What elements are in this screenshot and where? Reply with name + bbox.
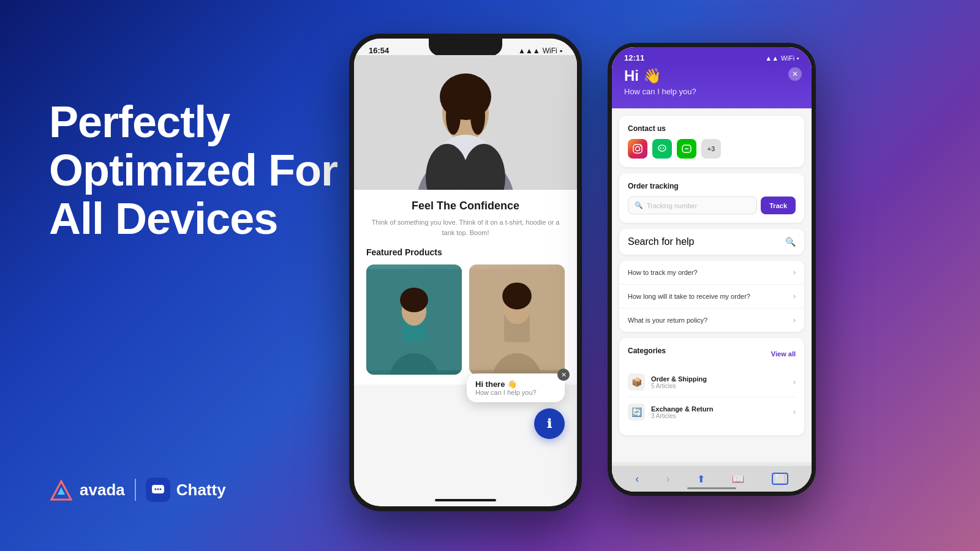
phone1-battery: ▪: [560, 47, 562, 55]
category-left-shipping: 📦 Order & Shipping 5 Articles: [628, 373, 707, 391]
svg-point-31: [663, 148, 664, 149]
chatty-label: Chatty: [176, 481, 226, 500]
svg-point-11: [446, 98, 461, 135]
view-all-link[interactable]: View all: [771, 350, 796, 358]
chat-bubble-popup: ✕ Hi there 👋 How can I help you?: [467, 373, 565, 402]
nav-tabs-icon[interactable]: ⬜: [772, 473, 788, 485]
phone1-status-bar: 16:54 ▲▲▲ WiFi ▪: [354, 39, 577, 55]
product-card-1-image: [366, 264, 462, 375]
svg-point-30: [660, 148, 662, 149]
nav-bookmark-icon[interactable]: 📖: [732, 473, 744, 485]
product-hero-image: [354, 55, 577, 190]
chat-body: Contact us: [612, 108, 812, 467]
product-desc: Think of something you love. Think of it…: [366, 217, 565, 238]
contact-card-title: Contact us: [628, 124, 796, 133]
faq-question-1: How to track my order?: [628, 269, 698, 276]
track-button[interactable]: Track: [761, 197, 796, 214]
return-category-name: Exchange & Return: [651, 405, 713, 413]
phone2-signal-icon: ▲▲: [765, 54, 778, 62]
search-help-row[interactable]: Search for help 🔍: [619, 229, 804, 255]
svg-point-25: [502, 282, 532, 309]
phone1-wifi: WiFi: [543, 47, 557, 55]
faq-chevron-3: ›: [793, 316, 796, 324]
instagram-logo: [632, 143, 643, 154]
category-item-return[interactable]: 🔄 Exchange & Return 3 Articles ›: [628, 397, 796, 427]
category-info-return: Exchange & Return 3 Articles: [651, 405, 713, 419]
phone1-home-indicator: [435, 499, 496, 501]
svg-point-29: [658, 145, 666, 151]
svg-point-28: [640, 146, 641, 147]
featured-products-title: Featured Products: [366, 247, 565, 257]
brand-divider: [135, 479, 136, 501]
product-card-1[interactable]: [366, 264, 462, 375]
categories-title: Categories: [628, 347, 666, 355]
phone-2: 12:11 ▲▲ WiFi ▪ ✕ Hi 👋 How can I help yo…: [608, 43, 816, 496]
phone2-home-indicator: [687, 487, 736, 489]
wechat-logo: [657, 143, 668, 154]
faq-item-2[interactable]: How long will it take to receive my orde…: [619, 285, 804, 309]
phone2-status-bar: 12:11 ▲▲ WiFi ▪: [612, 47, 812, 62]
chat-fab-button[interactable]: ℹ: [534, 408, 565, 439]
phone2-status-icons: ▲▲ WiFi ▪: [765, 54, 799, 62]
phone-1: 16:54 ▲▲▲ WiFi ▪ Feel: [349, 34, 582, 511]
contact-icons-row: +3: [628, 139, 796, 159]
phone2-time: 12:11: [624, 53, 644, 62]
line-icon[interactable]: [677, 139, 696, 159]
track-button-label: Track: [769, 202, 787, 209]
tracking-number-input[interactable]: 🔍 Tracking number: [628, 197, 757, 214]
hero-line3: All Devices: [49, 194, 277, 243]
chat-bubble-title: Hi there 👋: [475, 380, 556, 389]
faq-item-3[interactable]: What is your return policy? ›: [619, 309, 804, 332]
order-tracking-title: Order tracking: [628, 182, 796, 190]
hero-title: Perfectly Optimized For All Devices: [49, 98, 368, 244]
svg-point-12: [470, 98, 485, 135]
product-card-2[interactable]: [469, 264, 565, 375]
more-icon[interactable]: +3: [701, 139, 721, 159]
phone1-product-info: Feel The Confidence Think of something y…: [354, 190, 577, 384]
chatty-logo: Chatty: [146, 478, 226, 502]
phone1-signal: ▲▲▲: [518, 47, 540, 55]
shipping-category-articles: 5 Articles: [651, 383, 707, 389]
chat-bubble-close-btn[interactable]: ✕: [557, 369, 570, 381]
chatty-chat-icon: [151, 482, 165, 497]
faq-item-1[interactable]: How to track my order? ›: [619, 261, 804, 285]
avada-label: avada: [80, 481, 125, 500]
nav-share-icon[interactable]: ⬆: [697, 473, 705, 485]
categories-card: Categories View all 📦 Order & Shipping 5…: [619, 338, 804, 435]
search-icon-small: 🔍: [635, 201, 643, 209]
phone2-wifi-icon: WiFi: [781, 54, 794, 62]
chat-subtitle: How can I help you?: [624, 87, 799, 96]
instagram-icon[interactable]: [628, 139, 647, 159]
faq-chevron-2: ›: [793, 292, 796, 301]
svg-point-3: [154, 489, 156, 490]
return-category-chevron: ›: [793, 408, 796, 416]
fashion-model-illustration: [354, 55, 577, 190]
return-category-articles: 3 Articles: [651, 413, 713, 419]
chat-header: ✕ Hi 👋 How can I help you?: [612, 62, 812, 108]
order-tracking-card: Order tracking 🔍 Tracking number Track: [619, 173, 804, 223]
faq-list: How to track my order? › How long will i…: [619, 261, 804, 332]
return-category-icon: 🔄: [628, 403, 645, 421]
faq-question-3: What is your return policy?: [628, 317, 707, 324]
svg-point-4: [157, 489, 159, 490]
categories-header: Categories View all: [628, 347, 796, 361]
chat-close-button[interactable]: ✕: [788, 67, 802, 81]
tracking-placeholder: Tracking number: [647, 202, 697, 209]
hero-section: Perfectly Optimized For All Devices: [49, 98, 368, 244]
chat-greeting: Hi 👋: [624, 67, 799, 84]
phone1-time: 16:54: [369, 46, 389, 55]
category-item-shipping[interactable]: 📦 Order & Shipping 5 Articles ›: [628, 367, 796, 397]
wechat-icon[interactable]: [652, 139, 672, 159]
nav-back-icon[interactable]: ‹: [635, 473, 639, 485]
product-card-2-image: [469, 264, 565, 375]
chatty-icon-box: [146, 478, 170, 502]
product-title: Feel The Confidence: [366, 200, 565, 212]
category-left-return: 🔄 Exchange & Return 3 Articles: [628, 403, 713, 421]
category-info-shipping: Order & Shipping 5 Articles: [651, 375, 707, 389]
faq-chevron-1: ›: [793, 268, 796, 277]
search-help-icon: 🔍: [785, 237, 796, 247]
hero-line2: Optimized For: [49, 146, 337, 195]
contact-card: Contact us: [619, 116, 804, 167]
nav-forward-icon[interactable]: ›: [666, 473, 670, 485]
svg-point-20: [400, 288, 428, 312]
